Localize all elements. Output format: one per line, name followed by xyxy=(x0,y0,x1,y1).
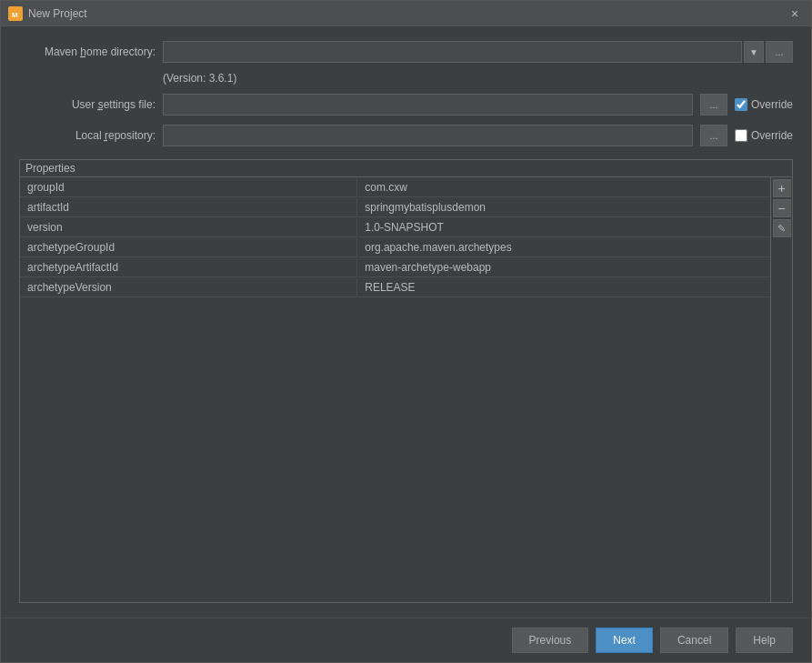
prop-key: archetypeArtifactId xyxy=(20,258,357,276)
new-project-dialog: M New Project × Maven home directory: G:… xyxy=(0,0,812,663)
table-row[interactable]: artifactId springmybatisplusdemon xyxy=(20,197,770,217)
maven-home-browse-button[interactable]: ... xyxy=(766,41,793,63)
dialog-title: New Project xyxy=(28,7,786,20)
table-row[interactable]: version 1.0-SNAPSHOT xyxy=(20,217,770,237)
user-settings-override-section: Override xyxy=(735,98,793,111)
help-button[interactable]: Help xyxy=(736,628,793,653)
user-settings-browse-button[interactable]: ... xyxy=(700,94,727,116)
version-text: (Version: 3.6.1) xyxy=(163,72,793,85)
properties-legend: Properties xyxy=(20,160,792,177)
properties-section: Properties groupId com.cxw artifactId sp… xyxy=(19,159,793,603)
properties-table: groupId com.cxw artifactId springmybatis… xyxy=(20,177,770,602)
prop-value: RELEASE xyxy=(357,278,770,296)
dialog-content: Maven home directory: G:/apache-maven-3.… xyxy=(1,26,811,618)
properties-content: groupId com.cxw artifactId springmybatis… xyxy=(20,177,792,602)
table-row[interactable]: archetypeGroupId org.apache.maven.archet… xyxy=(20,237,770,257)
user-settings-input[interactable]: G:\apache-maven-3.6.1\conf\settings.xml xyxy=(163,94,693,116)
prop-value: com.cxw xyxy=(357,178,770,196)
user-settings-row: User settings file: G:\apache-maven-3.6.… xyxy=(19,94,793,116)
local-repo-input[interactable]: G:\maven-storehouse xyxy=(163,125,693,146)
local-repo-override-section: Override xyxy=(735,129,793,142)
edit-property-button[interactable]: ✎ xyxy=(773,219,791,237)
maven-home-select-wrapper: G:/apache-maven-3.6.1 ▼ ... xyxy=(163,41,793,63)
dialog-footer: Previous Next Cancel Help xyxy=(1,618,811,662)
table-row[interactable]: archetypeArtifactId maven-archetype-weba… xyxy=(20,257,770,277)
close-button[interactable]: × xyxy=(786,6,804,21)
prop-key: groupId xyxy=(20,178,357,196)
maven-home-row: Maven home directory: G:/apache-maven-3.… xyxy=(19,41,793,63)
prop-key: artifactId xyxy=(20,198,357,216)
local-repo-browse-button[interactable]: ... xyxy=(700,125,727,146)
prop-value: springmybatisplusdemon xyxy=(357,198,770,216)
add-property-button[interactable]: + xyxy=(773,179,791,197)
prop-key: version xyxy=(20,218,357,236)
local-repo-override-checkbox[interactable] xyxy=(735,129,747,142)
prop-key: archetypeGroupId xyxy=(20,238,357,256)
prop-value: org.apache.maven.archetypes xyxy=(357,238,770,256)
maven-home-input[interactable]: G:/apache-maven-3.6.1 xyxy=(163,41,742,63)
dialog-icon: M xyxy=(8,6,23,21)
previous-button[interactable]: Previous xyxy=(512,628,589,653)
maven-home-dropdown-button[interactable]: ▼ xyxy=(744,41,764,63)
title-bar: M New Project × xyxy=(1,1,811,26)
local-repo-label: Local repository: xyxy=(19,129,155,142)
next-button[interactable]: Next xyxy=(596,628,653,653)
prop-value: maven-archetype-webapp xyxy=(357,258,770,276)
user-settings-override-label: Override xyxy=(751,98,793,111)
prop-key: archetypeVersion xyxy=(20,278,357,296)
remove-property-button[interactable]: − xyxy=(773,199,791,217)
local-repo-override-label: Override xyxy=(751,129,793,142)
user-settings-override-checkbox[interactable] xyxy=(735,98,747,111)
user-settings-label: User settings file: xyxy=(19,98,155,111)
properties-sidebar: + − ✎ xyxy=(770,177,792,602)
table-row[interactable]: archetypeVersion RELEASE xyxy=(20,277,770,297)
svg-text:M: M xyxy=(12,11,18,19)
local-repo-row: Local repository: G:\maven-storehouse ..… xyxy=(19,125,793,146)
maven-home-label: Maven home directory: xyxy=(19,45,155,58)
table-row[interactable]: groupId com.cxw xyxy=(20,177,770,197)
cancel-button[interactable]: Cancel xyxy=(660,628,728,653)
prop-value: 1.0-SNAPSHOT xyxy=(357,218,770,236)
